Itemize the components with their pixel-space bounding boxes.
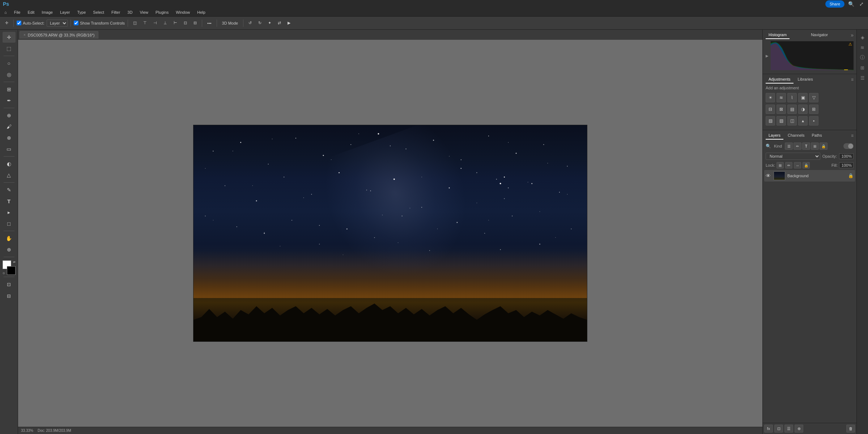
dodge-btn[interactable]: △ — [3, 170, 16, 180]
healing-btn[interactable]: ⊕ — [3, 110, 16, 121]
gradient-map-btn[interactable]: ▪ — [809, 116, 818, 125]
align-bottom-btn[interactable]: ⊥ — [161, 20, 169, 26]
quick-select-btn[interactable]: ◎ — [3, 69, 16, 80]
menu-filter[interactable]: Filter — [110, 9, 122, 15]
gradient-btn[interactable]: ◐ — [3, 158, 16, 169]
menu-window[interactable]: Window — [174, 9, 191, 15]
auto-select-checkbox[interactable]: Auto-Select: — [17, 21, 44, 25]
menu-layer[interactable]: Layer — [59, 9, 72, 15]
opacity-input[interactable] — [839, 153, 854, 159]
filter-type-btn-t[interactable]: T — [802, 142, 810, 150]
auto-select-input[interactable] — [17, 21, 21, 25]
align-top-btn[interactable]: ⊤ — [141, 20, 149, 26]
curves-btn[interactable]: ⌇ — [787, 93, 797, 102]
auto-select-dropdown[interactable]: Layer — [47, 20, 68, 27]
align-center-btn[interactable]: ⊡ — [182, 20, 189, 26]
menu-file[interactable]: File — [13, 9, 22, 15]
color-balance-btn[interactable]: ⊠ — [776, 105, 786, 114]
adjustments-tab[interactable]: Adjustments — [766, 76, 793, 84]
add-fx-btn[interactable]: fx — [764, 425, 773, 433]
show-transform-input[interactable] — [74, 21, 78, 25]
filter-shape-btn[interactable]: ⊞ — [811, 142, 819, 150]
hsl-btn[interactable]: ⊟ — [766, 105, 775, 114]
info-panel-btn[interactable]: ⓘ — [858, 53, 867, 62]
clone-btn[interactable]: ⊗ — [3, 132, 16, 143]
new-group-btn[interactable]: ☰ — [784, 425, 793, 433]
add-mask-btn[interactable]: ⊡ — [774, 425, 783, 433]
screen-mode-btn[interactable]: ⊟ — [3, 290, 16, 301]
eyedropper-btn[interactable]: ✒ — [3, 95, 16, 106]
layer-visibility-icon[interactable]: 👁 — [766, 173, 771, 179]
search-button[interactable]: 🔍 — [847, 0, 856, 8]
filter-adjustment-btn[interactable]: ✏ — [793, 142, 801, 150]
symmetry-btn[interactable]: ✦ — [266, 20, 273, 26]
histogram-collapse-btn[interactable]: » — [851, 32, 854, 38]
menu-select[interactable]: Select — [92, 9, 106, 15]
adjustments-panel-btn[interactable]: ≋ — [858, 43, 867, 52]
brush-btn[interactable]: 🖌 — [3, 121, 16, 132]
swatches-panel-btn[interactable]: ⊞ — [858, 63, 867, 72]
invert-btn[interactable]: ▧ — [776, 116, 786, 125]
photo-filter-btn[interactable]: ◑ — [798, 105, 808, 114]
share-button[interactable]: Share — [825, 0, 844, 8]
path-select-btn[interactable]: ▸ — [3, 207, 16, 218]
navigator-tab[interactable]: Navigator — [808, 31, 831, 39]
new-layer-btn[interactable]: ⊕ — [795, 425, 803, 433]
fill-input[interactable] — [839, 162, 854, 168]
filter-lock-btn[interactable]: 🔒 — [820, 142, 827, 150]
posterize-btn[interactable]: ◫ — [787, 116, 797, 125]
canvas-scroll[interactable] — [18, 40, 762, 427]
menu-image[interactable]: Image — [40, 9, 54, 15]
more-options-btn[interactable]: ••• — [205, 20, 214, 26]
lasso-tool-btn[interactable]: ○ — [3, 58, 16, 69]
swap-btn[interactable]: ⇄ — [276, 20, 283, 26]
brightness-contrast-btn[interactable]: ☀ — [766, 93, 775, 102]
quickmask-btn[interactable]: ⊡ — [3, 279, 16, 290]
lock-artboard-btn[interactable]: ↔ — [794, 162, 801, 169]
menu-edit[interactable]: Edit — [26, 9, 36, 15]
paths-tab[interactable]: Paths — [809, 132, 825, 140]
document-tab[interactable]: × DSC00579.ARW @ 33.3% (RGB/16*) — [20, 31, 98, 39]
play-btn[interactable]: ▶ — [285, 20, 293, 26]
reset-colors-icon[interactable]: ⊙ — [3, 272, 5, 275]
levels-btn[interactable]: ≋ — [776, 93, 786, 102]
show-transform-checkbox[interactable]: Show Transform Controls — [74, 21, 125, 25]
layers-panel-btn[interactable]: ☰ — [858, 73, 867, 82]
swap-colors-icon[interactable]: ⇄ — [13, 260, 16, 264]
filter-pixel-btn[interactable]: ☰ — [785, 142, 793, 150]
lock-position-btn[interactable]: 🔒 — [803, 162, 810, 169]
pen-btn[interactable]: ✎ — [3, 184, 16, 195]
tab-close-btn[interactable]: × — [24, 33, 26, 37]
lock-image-btn[interactable]: ✏ — [785, 162, 792, 169]
lock-transparent-btn[interactable]: ⊞ — [776, 162, 784, 169]
threshold-btn[interactable]: ▴ — [798, 116, 808, 125]
menu-view[interactable]: View — [138, 9, 150, 15]
hand-btn[interactable]: ✋ — [3, 233, 16, 244]
background-color[interactable] — [7, 266, 16, 275]
layer-row-background[interactable]: 👁 Background 🔒 — [764, 170, 855, 182]
channels-tab[interactable]: Channels — [785, 132, 807, 140]
zoom-btn[interactable]: ⊕ — [3, 244, 16, 255]
properties-panel-btn[interactable]: ◈ — [858, 33, 867, 42]
libraries-tab[interactable]: Libraries — [795, 76, 816, 84]
crop-tool-btn[interactable]: ⊞ — [3, 84, 16, 95]
eraser-btn[interactable]: ▭ — [3, 144, 16, 154]
layers-tab[interactable]: Layers — [766, 132, 783, 140]
vibrance-btn[interactable]: ▽ — [809, 93, 818, 102]
3d-mode-btn[interactable]: 3D Mode — [220, 20, 241, 26]
distribute-btn[interactable]: ⊟ — [191, 20, 199, 26]
menu-plugins[interactable]: Plugins — [154, 9, 170, 15]
align-left-btn[interactable]: ◫ — [131, 20, 139, 26]
align-right-btn[interactable]: ⊢ — [171, 20, 179, 26]
fullscreen-button[interactable]: ⤢ — [858, 0, 865, 8]
align-horiz-btn[interactable]: ⊣ — [151, 20, 159, 26]
blend-mode-select[interactable]: Normal — [766, 153, 820, 160]
adjustments-options-btn[interactable]: ≡ — [851, 77, 854, 82]
histogram-warning-icon[interactable]: ⚠ — [848, 42, 852, 47]
move-tool-btn[interactable]: ✛ — [3, 32, 16, 43]
filter-toggle-switch[interactable] — [843, 143, 854, 149]
histogram-play-btn[interactable]: ▶ — [766, 54, 769, 58]
type-btn[interactable]: T — [3, 196, 16, 207]
marquee-tool-btn[interactable]: ⬚ — [3, 43, 16, 54]
layers-options-btn[interactable]: ≡ — [851, 133, 854, 138]
